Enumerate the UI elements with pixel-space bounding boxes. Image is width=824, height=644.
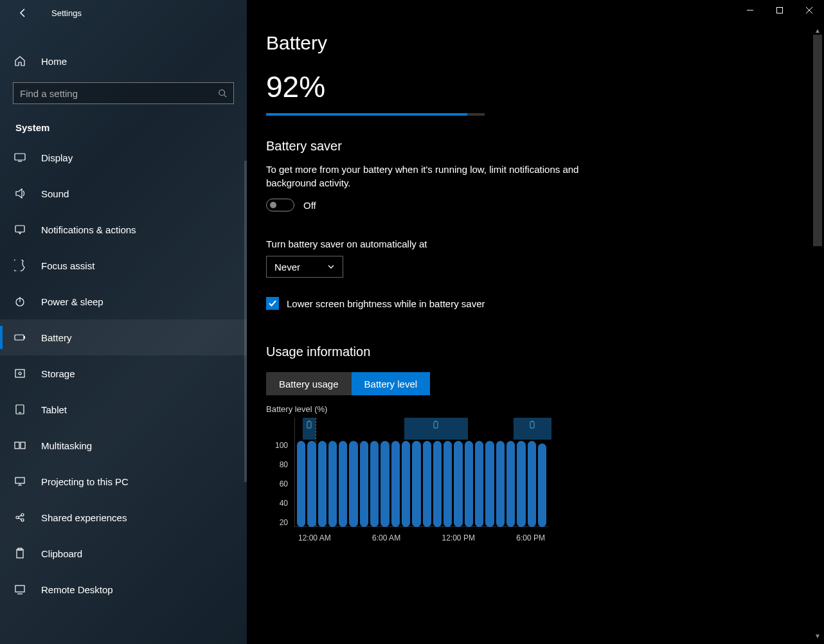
svg-line-20 <box>19 518 21 519</box>
battery-saver-toggle-row: Off <box>266 199 735 211</box>
sidebar-item-label: Display <box>41 152 73 163</box>
sidebar-item-battery[interactable]: Battery <box>0 319 247 355</box>
search-wrap <box>13 82 234 104</box>
bar <box>475 441 483 527</box>
svg-rect-8 <box>24 336 25 339</box>
svg-rect-7 <box>15 335 24 340</box>
projecting-to-this-pc-icon <box>14 476 26 487</box>
sidebar-item-power-sleep[interactable]: Power & sleep <box>0 283 247 319</box>
chart-y-axis: 10080604020 <box>266 441 292 527</box>
chart-x-axis: 12:00 AM6:00 AM12:00 PM6:00 PM <box>294 531 549 546</box>
svg-rect-26 <box>777 8 783 13</box>
sidebar-category: System <box>15 122 247 133</box>
svg-point-17 <box>21 514 24 516</box>
titlebar: Settings <box>0 0 247 26</box>
brightness-check-label: Lower screen brightness while in battery… <box>287 298 485 309</box>
bar <box>538 443 546 527</box>
chevron-down-icon <box>327 263 335 271</box>
battery-level-chart: 10080604020 12:00 AM6:00 AM12:00 PM6:00 … <box>266 418 549 546</box>
battery-saver-description: To get more from your battery when it's … <box>266 163 626 190</box>
bar <box>307 441 316 527</box>
sidebar-item-notifications-actions[interactable]: Notifications & actions <box>0 211 247 247</box>
search-icon <box>218 89 227 98</box>
bar <box>454 441 462 527</box>
sidebar-item-label: Remote Desktop <box>41 584 113 595</box>
bar <box>381 441 389 527</box>
sidebar-item-clipboard[interactable]: Clipboard <box>0 535 247 571</box>
battery-saver-heading: Battery saver <box>266 139 735 154</box>
bar <box>485 441 494 527</box>
auto-threshold-dropdown[interactable]: Never <box>266 256 343 278</box>
page-title: Battery <box>266 32 735 54</box>
sidebar-item-multitasking[interactable]: Multitasking <box>0 427 247 463</box>
sidebar-item-label: Clipboard <box>41 548 82 559</box>
bar <box>412 441 420 527</box>
close-button[interactable] <box>794 0 824 21</box>
scroll-thumb[interactable] <box>813 35 822 246</box>
sidebar-item-label: Focus assist <box>41 260 94 271</box>
window-controls <box>735 0 824 21</box>
sidebar-item-shared-experiences[interactable]: Shared experiences <box>0 499 247 535</box>
brightness-checkbox[interactable] <box>266 297 279 310</box>
battery-progress-fill <box>266 113 467 116</box>
notifications-actions-icon <box>14 224 26 235</box>
sidebar-item-tablet[interactable]: Tablet <box>0 391 247 427</box>
brightness-check-row: Lower screen brightness while in battery… <box>266 297 735 310</box>
sidebar-item-projecting-to-this-pc[interactable]: Projecting to this PC <box>0 463 247 499</box>
bar <box>297 441 305 527</box>
back-button[interactable] <box>13 3 33 23</box>
sidebar-item-sound[interactable]: Sound <box>0 175 247 211</box>
focus-assist-icon <box>14 260 26 271</box>
bar <box>391 441 400 527</box>
usage-heading: Usage information <box>266 344 735 359</box>
window-title: Settings <box>51 8 82 18</box>
tab-battery-level[interactable]: Battery level <box>352 372 431 395</box>
svg-rect-9 <box>15 370 24 377</box>
tablet-icon <box>14 404 26 415</box>
bar <box>318 441 327 527</box>
sidebar-item-storage[interactable]: Storage <box>0 355 247 391</box>
bar <box>528 441 536 527</box>
sidebar-home[interactable]: Home <box>0 48 247 75</box>
sidebar-item-remote-desktop[interactable]: Remote Desktop <box>0 571 247 607</box>
sound-icon <box>14 188 26 199</box>
main-scrollbar[interactable]: ▲ ▼ <box>813 26 822 640</box>
sidebar-item-focus-assist[interactable]: Focus assist <box>0 247 247 283</box>
svg-rect-4 <box>15 226 24 232</box>
sidebar: Settings Home System DisplaySoundNotific… <box>0 0 247 644</box>
tab-battery-usage[interactable]: Battery usage <box>266 372 352 395</box>
scroll-up-icon[interactable]: ▲ <box>813 26 822 35</box>
svg-rect-21 <box>17 550 23 558</box>
content: Battery 92% Battery saver To get more fr… <box>247 0 735 546</box>
battery-saver-toggle[interactable] <box>266 199 294 211</box>
minimize-button[interactable] <box>735 0 765 21</box>
scroll-down-icon[interactable]: ▼ <box>813 631 822 640</box>
sidebar-item-label: Multitasking <box>41 440 92 451</box>
svg-point-18 <box>21 519 24 521</box>
sidebar-item-label: Projecting to this PC <box>41 476 129 487</box>
sidebar-item-display[interactable]: Display <box>0 139 247 175</box>
search-box[interactable] <box>13 82 234 104</box>
battery-percent: 92% <box>266 69 735 104</box>
bar <box>339 441 347 527</box>
sidebar-item-label: Sound <box>41 188 69 199</box>
bar <box>517 441 525 527</box>
maximize-button[interactable] <box>765 0 794 21</box>
sidebar-item-label: Shared experiences <box>41 512 127 523</box>
auto-threshold-label: Turn battery saver on automatically at <box>266 238 735 249</box>
sidebar-nav-list: DisplaySoundNotifications & actionsFocus… <box>0 139 247 607</box>
display-icon <box>14 152 26 163</box>
battery-saver-toggle-label: Off <box>303 200 316 211</box>
svg-point-16 <box>16 516 19 519</box>
svg-rect-14 <box>21 442 25 449</box>
search-input[interactable] <box>20 88 218 99</box>
sidebar-scrollbar[interactable] <box>244 161 247 482</box>
sidebar-item-label: Battery <box>41 332 72 343</box>
chart-y-label: Battery level (%) <box>266 404 735 414</box>
bar <box>349 441 357 527</box>
svg-rect-13 <box>15 442 19 449</box>
bar <box>370 441 379 527</box>
bar <box>328 441 337 527</box>
storage-icon <box>14 368 26 379</box>
sidebar-item-label: Notifications & actions <box>41 224 136 235</box>
